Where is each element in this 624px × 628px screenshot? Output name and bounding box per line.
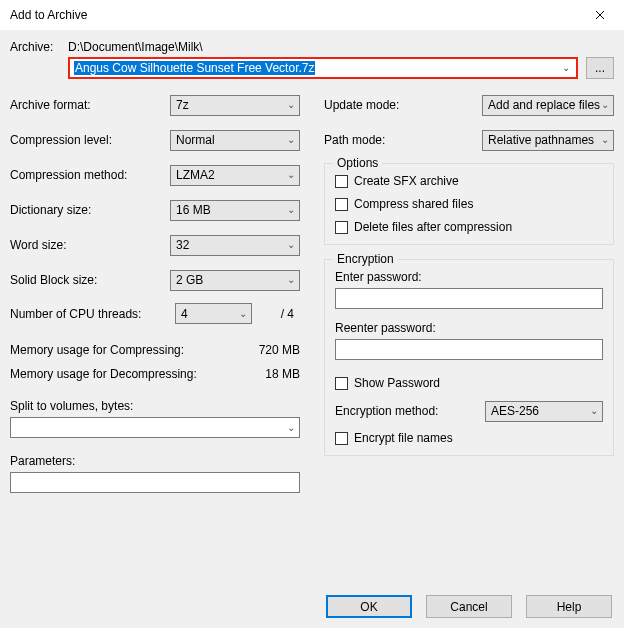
ok-button[interactable]: OK (326, 595, 412, 618)
encryption-legend: Encryption (333, 252, 398, 266)
mem-compress-value: 720 MB (259, 343, 300, 357)
reenter-password-label: Reenter password: (335, 321, 603, 335)
chevron-down-icon: ⌄ (287, 423, 295, 433)
word-size-select[interactable]: 32 ⌄ (170, 235, 300, 256)
archive-format-select[interactable]: 7z ⌄ (170, 95, 300, 116)
solid-block-size-label: Solid Block size: (10, 273, 170, 287)
chevron-down-icon: ⌄ (590, 406, 598, 416)
options-legend: Options (333, 156, 382, 170)
chevron-down-icon: ⌄ (601, 100, 609, 110)
show-password-checkbox[interactable] (335, 377, 348, 390)
cpu-threads-select[interactable]: 4 ⌄ (175, 303, 252, 324)
mem-decompress-value: 18 MB (265, 367, 300, 381)
delete-after-checkbox[interactable] (335, 221, 348, 234)
update-mode-label: Update mode: (324, 98, 399, 112)
archive-label: Archive: (10, 40, 68, 54)
delete-after-label: Delete files after compression (354, 220, 512, 234)
show-password-label: Show Password (354, 376, 440, 390)
chevron-down-icon: ⌄ (558, 63, 574, 73)
window-title: Add to Archive (10, 8, 87, 22)
chevron-down-icon: ⌄ (287, 100, 295, 110)
encryption-group: Encryption Enter password: Reenter passw… (324, 259, 614, 456)
compression-level-label: Compression level: (10, 133, 170, 147)
compression-level-value: Normal (176, 133, 215, 147)
chevron-down-icon: ⌄ (287, 135, 295, 145)
options-group: Options Create SFX archive Compress shar… (324, 163, 614, 245)
enter-password-input[interactable] (335, 288, 603, 309)
compression-method-value: LZMA2 (176, 168, 215, 182)
split-volumes-select[interactable]: ⌄ (10, 417, 300, 438)
compress-shared-label: Compress shared files (354, 197, 473, 211)
sfx-checkbox[interactable] (335, 175, 348, 188)
chevron-down-icon: ⌄ (287, 275, 295, 285)
archive-path: D:\Document\Image\Milk\ (68, 40, 203, 54)
cpu-threads-label: Number of CPU threads: (10, 307, 175, 321)
compress-shared-checkbox[interactable] (335, 198, 348, 211)
word-size-label: Word size: (10, 238, 170, 252)
cpu-threads-total: / 4 (252, 307, 300, 321)
path-mode-label: Path mode: (324, 133, 385, 147)
chevron-down-icon: ⌄ (287, 170, 295, 180)
encrypt-filenames-checkbox[interactable] (335, 432, 348, 445)
encryption-method-label: Encryption method: (335, 404, 438, 418)
help-button[interactable]: Help (526, 595, 612, 618)
sfx-label: Create SFX archive (354, 174, 459, 188)
parameters-label: Parameters: (10, 454, 300, 468)
enter-password-label: Enter password: (335, 270, 603, 284)
compression-method-label: Compression method: (10, 168, 170, 182)
archive-filename-text: Angus Cow Silhouette Sunset Free Vector.… (74, 61, 315, 75)
archive-format-label: Archive format: (10, 98, 170, 112)
mem-compress-label: Memory usage for Compressing: (10, 343, 184, 357)
archive-format-value: 7z (176, 98, 189, 112)
parameters-input[interactable] (10, 472, 300, 493)
archive-filename-combo[interactable]: Angus Cow Silhouette Sunset Free Vector.… (68, 57, 578, 79)
solid-block-size-value: 2 GB (176, 273, 203, 287)
reenter-password-input[interactable] (335, 339, 603, 360)
update-mode-value: Add and replace files (488, 98, 600, 112)
dictionary-size-select[interactable]: 16 MB ⌄ (170, 200, 300, 221)
chevron-down-icon: ⌄ (287, 205, 295, 215)
path-mode-value: Relative pathnames (488, 133, 594, 147)
chevron-down-icon: ⌄ (287, 240, 295, 250)
cpu-threads-value: 4 (181, 307, 188, 321)
encryption-method-value: AES-256 (491, 404, 539, 418)
update-mode-select[interactable]: Add and replace files ⌄ (482, 95, 614, 116)
solid-block-size-select[interactable]: 2 GB ⌄ (170, 270, 300, 291)
dictionary-size-value: 16 MB (176, 203, 211, 217)
path-mode-select[interactable]: Relative pathnames ⌄ (482, 130, 614, 151)
compression-level-select[interactable]: Normal ⌄ (170, 130, 300, 151)
split-volumes-label: Split to volumes, bytes: (10, 399, 300, 413)
mem-decompress-label: Memory usage for Decompressing: (10, 367, 197, 381)
browse-button[interactable]: ... (586, 57, 614, 79)
encryption-method-select[interactable]: AES-256 ⌄ (485, 401, 603, 422)
close-button[interactable] (578, 0, 622, 30)
encrypt-filenames-label: Encrypt file names (354, 431, 453, 445)
compression-method-select[interactable]: LZMA2 ⌄ (170, 165, 300, 186)
cancel-button[interactable]: Cancel (426, 595, 512, 618)
chevron-down-icon: ⌄ (239, 309, 247, 319)
chevron-down-icon: ⌄ (601, 135, 609, 145)
word-size-value: 32 (176, 238, 189, 252)
close-icon (595, 10, 605, 20)
dictionary-size-label: Dictionary size: (10, 203, 170, 217)
